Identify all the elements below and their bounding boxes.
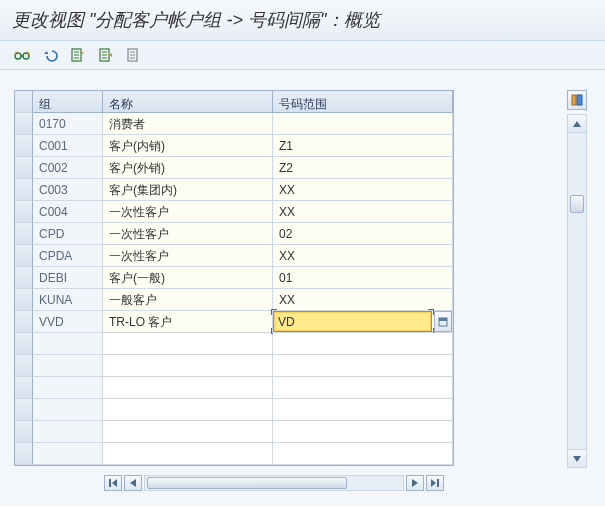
cell-empty[interactable] bbox=[273, 377, 453, 399]
row-handle[interactable] bbox=[15, 157, 33, 179]
select-all-handle[interactable] bbox=[15, 91, 33, 113]
undo-icon[interactable] bbox=[42, 47, 58, 63]
cell-empty[interactable] bbox=[33, 333, 103, 355]
cell-range[interactable]: VD bbox=[273, 311, 453, 333]
cell-empty[interactable] bbox=[33, 377, 103, 399]
glasses-icon[interactable] bbox=[14, 47, 30, 63]
table-row-empty bbox=[15, 421, 453, 443]
cell-empty[interactable] bbox=[273, 333, 453, 355]
range-input-active[interactable]: VD bbox=[273, 311, 432, 332]
cell-range[interactable]: Z2 bbox=[273, 157, 453, 179]
cell-empty[interactable] bbox=[273, 355, 453, 377]
cell-range[interactable] bbox=[273, 113, 453, 135]
row-handle[interactable] bbox=[15, 113, 33, 135]
cell-empty[interactable] bbox=[33, 355, 103, 377]
cell-empty[interactable] bbox=[103, 355, 273, 377]
cell-group[interactable]: DEBI bbox=[33, 267, 103, 289]
cell-name[interactable]: 客户(外销) bbox=[103, 157, 273, 179]
cell-group[interactable]: C004 bbox=[33, 201, 103, 223]
horizontal-scrollbar bbox=[14, 474, 591, 492]
row-handle[interactable] bbox=[15, 377, 33, 399]
table-row: C001客户(内销)Z1 bbox=[15, 135, 453, 157]
cell-empty[interactable] bbox=[103, 421, 273, 443]
cell-name[interactable]: TR-LO 客户 bbox=[103, 311, 273, 333]
row-handle[interactable] bbox=[15, 333, 33, 355]
row-handle[interactable] bbox=[15, 201, 33, 223]
cell-name[interactable]: 一次性客户 bbox=[103, 201, 273, 223]
cell-name[interactable]: 客户(一般) bbox=[103, 267, 273, 289]
cell-empty[interactable] bbox=[103, 333, 273, 355]
cell-empty[interactable] bbox=[103, 377, 273, 399]
column-header-group[interactable]: 组 bbox=[33, 91, 103, 113]
cell-group[interactable]: VVD bbox=[33, 311, 103, 333]
table-row: VVDTR-LO 客户VD bbox=[15, 311, 453, 333]
cell-empty[interactable] bbox=[103, 399, 273, 421]
column-header-name[interactable]: 名称 bbox=[103, 91, 273, 113]
delete-entry-icon[interactable] bbox=[126, 47, 142, 63]
table-row: C002客户(外销)Z2 bbox=[15, 157, 453, 179]
row-handle[interactable] bbox=[15, 399, 33, 421]
cell-group[interactable]: CPDA bbox=[33, 245, 103, 267]
cell-group[interactable]: C003 bbox=[33, 179, 103, 201]
new-entry-icon[interactable] bbox=[70, 47, 86, 63]
data-grid: 组 名称 号码范围 0170消费者C001客户(内销)Z1C002客户(外销)Z… bbox=[14, 90, 454, 466]
table-row-empty bbox=[15, 377, 453, 399]
cell-range[interactable]: 02 bbox=[273, 223, 453, 245]
cell-group[interactable]: CPD bbox=[33, 223, 103, 245]
column-header-range[interactable]: 号码范围 bbox=[273, 91, 453, 113]
cell-empty[interactable] bbox=[273, 443, 453, 465]
toolbar bbox=[0, 41, 605, 70]
cell-group[interactable]: C002 bbox=[33, 157, 103, 179]
window-title: 更改视图 "分配客户帐户组 -> 号码间隔"：概览 bbox=[0, 0, 605, 41]
table-row: 0170消费者 bbox=[15, 113, 453, 135]
cell-empty[interactable] bbox=[33, 443, 103, 465]
grid-header: 组 名称 号码范围 bbox=[15, 91, 453, 113]
scroll-last-button[interactable] bbox=[426, 475, 444, 491]
table-row-empty bbox=[15, 333, 453, 355]
cell-range[interactable]: XX bbox=[273, 289, 453, 311]
row-handle[interactable] bbox=[15, 223, 33, 245]
cell-name[interactable]: 客户(集团内) bbox=[103, 179, 273, 201]
cell-empty[interactable] bbox=[33, 399, 103, 421]
cell-range[interactable]: XX bbox=[273, 245, 453, 267]
table-row-empty bbox=[15, 399, 453, 421]
row-handle[interactable] bbox=[15, 289, 33, 311]
cell-name[interactable]: 消费者 bbox=[103, 113, 273, 135]
svg-rect-8 bbox=[439, 318, 447, 321]
scroll-right-button[interactable] bbox=[406, 475, 424, 491]
cell-range[interactable]: XX bbox=[273, 179, 453, 201]
horizontal-scroll-track[interactable] bbox=[144, 475, 404, 491]
cell-empty[interactable] bbox=[103, 443, 273, 465]
row-handle[interactable] bbox=[15, 245, 33, 267]
scroll-left-button[interactable] bbox=[124, 475, 142, 491]
row-handle[interactable] bbox=[15, 179, 33, 201]
cell-name[interactable]: 客户(内销) bbox=[103, 135, 273, 157]
cell-empty[interactable] bbox=[33, 421, 103, 443]
svg-point-1 bbox=[23, 53, 29, 59]
table-row: CPDA一次性客户XX bbox=[15, 245, 453, 267]
cell-empty[interactable] bbox=[273, 421, 453, 443]
row-handle[interactable] bbox=[15, 267, 33, 289]
table-row-empty bbox=[15, 443, 453, 465]
table-row: C004一次性客户XX bbox=[15, 201, 453, 223]
cell-name[interactable]: 一般客户 bbox=[103, 289, 273, 311]
row-handle[interactable] bbox=[15, 355, 33, 377]
cell-range[interactable]: XX bbox=[273, 201, 453, 223]
cell-range[interactable]: Z1 bbox=[273, 135, 453, 157]
value-help-button[interactable] bbox=[434, 311, 452, 332]
copy-entry-icon[interactable] bbox=[98, 47, 114, 63]
cell-group[interactable]: KUNA bbox=[33, 289, 103, 311]
cell-name[interactable]: 一次性客户 bbox=[103, 245, 273, 267]
scroll-first-button[interactable] bbox=[104, 475, 122, 491]
cell-group[interactable]: C001 bbox=[33, 135, 103, 157]
row-handle[interactable] bbox=[15, 443, 33, 465]
cell-group[interactable]: 0170 bbox=[33, 113, 103, 135]
cell-range[interactable]: 01 bbox=[273, 267, 453, 289]
row-handle[interactable] bbox=[15, 311, 33, 333]
horizontal-scroll-thumb[interactable] bbox=[147, 477, 347, 489]
row-handle[interactable] bbox=[15, 135, 33, 157]
cell-name[interactable]: 一次性客户 bbox=[103, 223, 273, 245]
row-handle[interactable] bbox=[15, 421, 33, 443]
cell-empty[interactable] bbox=[273, 399, 453, 421]
svg-point-0 bbox=[15, 53, 21, 59]
